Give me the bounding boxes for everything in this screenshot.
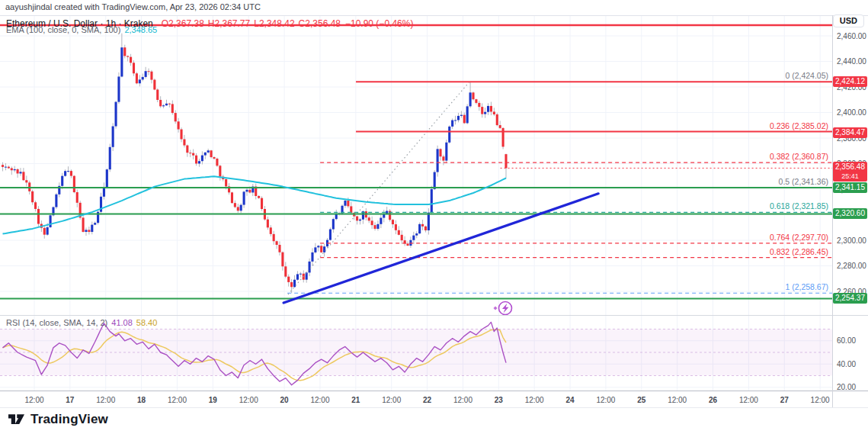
price-tag: 2,320.60 xyxy=(833,208,867,219)
ohlc-close-label: C xyxy=(299,18,306,29)
currency-button[interactable]: USD xyxy=(833,14,864,27)
time-tick-label: 12:00 xyxy=(739,396,758,404)
time-tick-label: 19 xyxy=(209,396,218,404)
rsi-legend-value: 41.08 xyxy=(111,318,133,327)
time-tick-label: 17 xyxy=(66,396,75,404)
tradingview-logo-icon xyxy=(8,413,25,426)
ohlc-low-label: L xyxy=(254,18,259,29)
ema-legend-name: EMA (100, close, 0, SMA, 100) xyxy=(6,25,120,34)
change-value: −10.90 (−0.46%) xyxy=(345,18,413,29)
fib-level-label: 0.236 (2,385.02) xyxy=(770,121,828,130)
time-tick-label: 12:00 xyxy=(96,396,115,404)
rsi-legend-name: RSI (14, close, SMA, 14, 2) xyxy=(6,318,107,327)
tradingview-logo[interactable]: TradingView xyxy=(8,412,108,427)
ohlc-close-value: 2,356.48 xyxy=(305,18,341,29)
fib-level-label: 0.382 (2,360.87) xyxy=(770,152,828,161)
rsi-legend[interactable]: RSI (14, close, SMA, 14, 2)41.0858.40 xyxy=(6,318,157,327)
price-tag: 2,424.12 xyxy=(833,76,867,87)
time-tick-label: 12:00 xyxy=(525,396,544,404)
rsi-legend-signal: 58.40 xyxy=(136,318,158,327)
price-tick-label: 2,280.00 xyxy=(837,262,866,270)
time-tick-label: 20 xyxy=(280,396,290,404)
ohlc-values: O2,367.38H2,367.77L2,348.42C2,356.48 xyxy=(158,18,341,29)
time-tick-label: 25 xyxy=(637,396,646,404)
price-tick-label: 2,300.00 xyxy=(837,236,866,245)
time-tick-label: 12:00 xyxy=(168,396,187,404)
fib-level-label: 1 (2,258.67) xyxy=(785,282,828,291)
fib-level-label: 0 (2,424.05) xyxy=(785,71,828,80)
price-tag: 2,356.4825:41 xyxy=(833,162,867,182)
rsi-tick-label: 40.00 xyxy=(837,360,856,368)
time-tick-label: 12:00 xyxy=(24,396,43,404)
fib-level-label: 0.5 (2,341.36) xyxy=(779,177,828,186)
time-tick-label: 12:00 xyxy=(310,396,329,404)
price-tag: 2,254.37 xyxy=(833,293,867,304)
time-tick-label: 26 xyxy=(709,396,718,404)
tradingview-logo-text: TradingView xyxy=(30,412,108,427)
tradingview-chart-page: { "watermark": "aayushjindal created wit… xyxy=(0,0,868,434)
ema-legend-value: 2,348.65 xyxy=(124,25,157,34)
ohlc-low-value: 2,348.42 xyxy=(259,18,295,29)
watermark-text: aayushjindal created with TradingView.co… xyxy=(5,2,261,11)
time-axis[interactable]: 12:001712:001812:001912:002012:002112:00… xyxy=(24,396,830,404)
price-tick-label: 2,400.00 xyxy=(837,108,866,117)
time-tick-label: 12:00 xyxy=(811,396,830,404)
time-tick-label: 23 xyxy=(495,396,504,404)
bar-countdown: 25:41 xyxy=(833,172,867,182)
fib-level-label: 0.832 (2,286.45) xyxy=(770,247,828,256)
price-tag: 2,341.15 xyxy=(833,182,867,193)
ema-legend[interactable]: EMA (100, close, 0, SMA, 100)2,348.65 xyxy=(6,25,157,34)
ohlc-high-value: 2,367.77 xyxy=(214,18,250,29)
time-tick-label: 27 xyxy=(780,396,790,404)
time-tick-label: 18 xyxy=(137,396,146,404)
price-tag: 2,384.47 xyxy=(833,127,867,138)
price-tick-label: 2,460.00 xyxy=(837,32,866,40)
rsi-tick-label: 20.00 xyxy=(837,383,856,391)
fib-level-label: 0.618 (2,321.85) xyxy=(770,201,828,211)
time-tick-label: 12:00 xyxy=(668,396,687,404)
ohlc-open-value: 2,367.38 xyxy=(168,18,204,29)
time-tick-label: 24 xyxy=(565,396,575,404)
price-tick-label: 2,440.00 xyxy=(837,57,866,66)
ohlc-open-label: O xyxy=(162,18,168,29)
time-tick-label: 12:00 xyxy=(453,396,472,404)
time-tick-label: 12:00 xyxy=(239,396,258,404)
time-tick-label: 22 xyxy=(423,396,432,404)
time-tick-label: 12:00 xyxy=(382,396,401,404)
time-tick-label: 21 xyxy=(351,396,360,404)
time-tick-label: 12:00 xyxy=(596,396,615,404)
rsi-tick-label: 60.00 xyxy=(837,336,856,345)
fib-level-label: 0.764 (2,297.70) xyxy=(770,233,828,242)
chart-canvas[interactable]: 2,460.002,440.002,420.002,400.002,380.00… xyxy=(0,0,868,408)
